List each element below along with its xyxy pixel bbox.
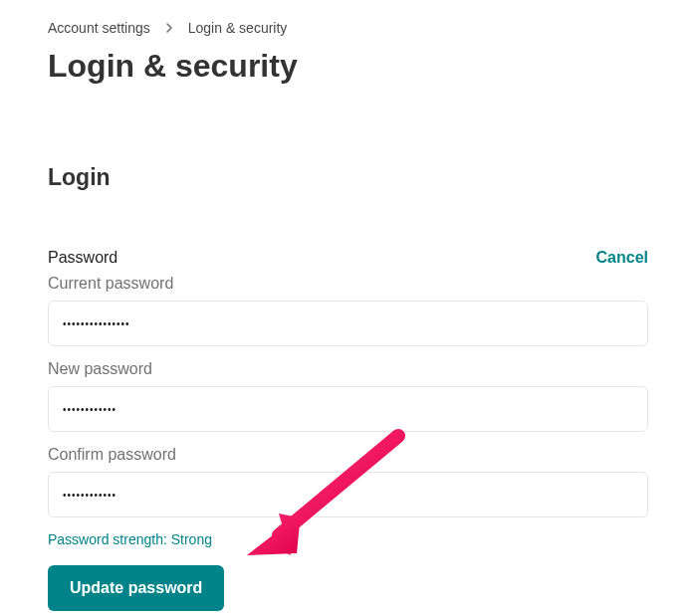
page-title: Login & security xyxy=(48,48,648,85)
current-password-input[interactable] xyxy=(48,301,648,346)
new-password-label: New password xyxy=(48,360,648,378)
breadcrumb: Account settings Login & security xyxy=(48,20,648,36)
section-title-login: Login xyxy=(48,164,648,191)
chevron-right-icon xyxy=(164,23,174,33)
confirm-password-label: Confirm password xyxy=(48,446,648,464)
confirm-password-group: Confirm password xyxy=(48,446,648,517)
password-header: Password Cancel xyxy=(48,249,648,267)
current-password-group: Current password xyxy=(48,275,648,346)
breadcrumb-current: Login & security xyxy=(188,20,288,36)
confirm-password-input[interactable] xyxy=(48,472,648,517)
current-password-label: Current password xyxy=(48,275,648,293)
password-heading: Password xyxy=(48,249,117,267)
breadcrumb-root-link[interactable]: Account settings xyxy=(48,20,150,36)
cancel-button[interactable]: Cancel xyxy=(596,249,648,267)
new-password-group: New password xyxy=(48,360,648,432)
new-password-input[interactable] xyxy=(48,386,648,432)
password-strength-text: Password strength: Strong xyxy=(48,531,648,547)
update-password-button[interactable]: Update password xyxy=(48,565,224,611)
